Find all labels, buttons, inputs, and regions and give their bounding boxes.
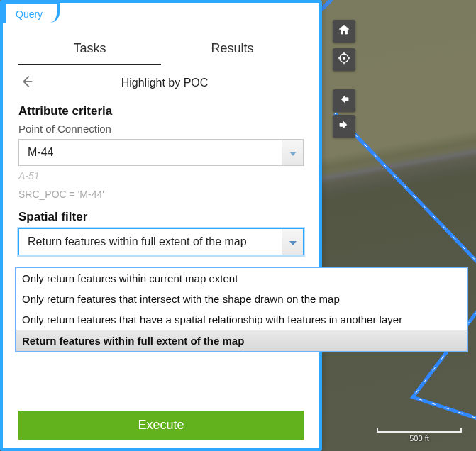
arrow-left-icon bbox=[338, 93, 350, 108]
attribute-criteria-heading: Attribute criteria bbox=[18, 104, 304, 118]
spatial-option-full-extent[interactable]: Return features within full extent of th… bbox=[16, 330, 467, 351]
locate-button[interactable] bbox=[333, 48, 355, 71]
tab-results-label: Results bbox=[211, 41, 253, 55]
spatial-option-intersect-shape[interactable]: Only return features that intersect with… bbox=[16, 289, 467, 309]
spatial-option-current-extent[interactable]: Only return features within current map … bbox=[16, 268, 467, 289]
chevron-down-icon bbox=[289, 146, 297, 159]
spatial-filter-heading: Spatial filter bbox=[18, 210, 304, 224]
tab-results[interactable]: Results bbox=[161, 35, 304, 65]
spatial-filter-value: Return features within full extent of th… bbox=[19, 229, 282, 255]
execute-label: Execute bbox=[138, 418, 184, 432]
locate-icon bbox=[338, 52, 350, 67]
spatial-option-relationship-layer[interactable]: Only return features that have a spatial… bbox=[16, 309, 467, 330]
sql-preview: SRC_POC = 'M-44' bbox=[18, 189, 304, 200]
prev-extent-button[interactable] bbox=[333, 89, 355, 112]
scalebar: 500 ft bbox=[377, 431, 462, 442]
scalebar-label: 500 ft bbox=[409, 434, 429, 442]
home-icon bbox=[338, 23, 350, 39]
home-button[interactable] bbox=[333, 20, 355, 43]
chevron-down-icon bbox=[289, 235, 297, 248]
execute-button[interactable]: Execute bbox=[18, 411, 304, 440]
poc-suggestion: A-51 bbox=[18, 170, 304, 182]
next-extent-button[interactable] bbox=[333, 115, 355, 138]
tab-tasks[interactable]: Tasks bbox=[18, 35, 161, 65]
spatial-filter-select[interactable]: Return features within full extent of th… bbox=[18, 228, 304, 255]
spatial-filter-dropdown: Only return features within current map … bbox=[15, 267, 468, 352]
spatial-filter-arrow[interactable] bbox=[282, 229, 303, 255]
query-tabs: Tasks Results bbox=[18, 35, 304, 66]
tab-tasks-label: Tasks bbox=[73, 41, 106, 55]
svg-point-2 bbox=[343, 57, 345, 60]
panel-tab-query[interactable]: Query bbox=[3, 1, 60, 23]
arrow-left-icon bbox=[19, 74, 35, 92]
panel-tab-label: Query bbox=[16, 9, 43, 20]
poc-field-label: Point of Connection bbox=[18, 123, 304, 135]
query-panel: Query Tasks Results Highlight by POC Att… bbox=[0, 0, 322, 451]
poc-select-arrow[interactable] bbox=[282, 140, 303, 165]
poc-select[interactable]: M-44 bbox=[18, 139, 304, 166]
subtask-title: Highlight by POC bbox=[43, 77, 304, 89]
arrow-right-icon bbox=[338, 118, 350, 134]
back-button[interactable] bbox=[18, 74, 35, 91]
poc-select-value: M-44 bbox=[19, 140, 282, 165]
